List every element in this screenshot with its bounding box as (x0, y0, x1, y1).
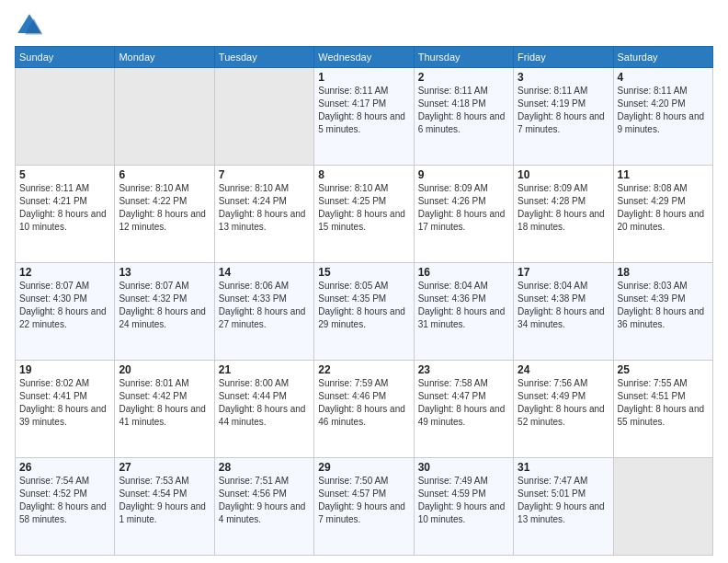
day-number: 19 (19, 363, 110, 376)
day-info: Sunrise: 7:56 AM Sunset: 4:49 PM Dayligh… (518, 377, 609, 429)
day-info: Sunrise: 8:11 AM Sunset: 4:17 PM Dayligh… (318, 85, 409, 136)
day-cell: 12Sunrise: 8:07 AM Sunset: 4:30 PM Dayli… (16, 263, 115, 361)
day-number: 21 (219, 363, 310, 376)
weekday-header-monday: Monday (115, 47, 214, 68)
weekday-header-sunday: Sunday (16, 47, 115, 68)
day-cell: 15Sunrise: 8:05 AM Sunset: 4:35 PM Dayli… (314, 263, 414, 361)
day-cell: 20Sunrise: 8:01 AM Sunset: 4:42 PM Dayli… (115, 361, 214, 458)
day-cell: 22Sunrise: 7:59 AM Sunset: 4:46 PM Dayli… (314, 361, 414, 458)
day-number: 24 (518, 363, 609, 376)
day-info: Sunrise: 7:51 AM Sunset: 4:56 PM Dayligh… (219, 475, 310, 526)
day-number: 1 (318, 71, 409, 84)
day-cell: 3Sunrise: 8:11 AM Sunset: 4:19 PM Daylig… (514, 68, 613, 166)
day-info: Sunrise: 8:10 AM Sunset: 4:22 PM Dayligh… (119, 182, 210, 234)
weekday-header-row: SundayMondayTuesdayWednesdayThursdayFrid… (16, 47, 713, 68)
day-info: Sunrise: 8:07 AM Sunset: 4:30 PM Dayligh… (19, 280, 110, 331)
day-cell: 6Sunrise: 8:10 AM Sunset: 4:22 PM Daylig… (115, 166, 214, 263)
day-number: 7 (219, 168, 310, 181)
day-cell: 18Sunrise: 8:03 AM Sunset: 4:39 PM Dayli… (613, 263, 712, 361)
day-info: Sunrise: 7:53 AM Sunset: 4:54 PM Dayligh… (119, 475, 210, 526)
day-number: 15 (318, 266, 409, 279)
day-cell: 24Sunrise: 7:56 AM Sunset: 4:49 PM Dayli… (514, 361, 613, 458)
day-info: Sunrise: 7:50 AM Sunset: 4:57 PM Dayligh… (318, 475, 409, 526)
day-number: 25 (618, 363, 709, 376)
day-cell: 28Sunrise: 7:51 AM Sunset: 4:56 PM Dayli… (214, 458, 313, 556)
day-cell (613, 458, 712, 556)
logo (15, 11, 48, 40)
week-row-1: 1Sunrise: 8:11 AM Sunset: 4:17 PM Daylig… (16, 68, 713, 166)
day-cell: 26Sunrise: 7:54 AM Sunset: 4:52 PM Dayli… (16, 458, 115, 556)
week-row-5: 26Sunrise: 7:54 AM Sunset: 4:52 PM Dayli… (16, 458, 713, 556)
day-info: Sunrise: 7:58 AM Sunset: 4:47 PM Dayligh… (418, 377, 509, 429)
calendar-table: SundayMondayTuesdayWednesdayThursdayFrid… (15, 46, 713, 556)
week-row-2: 5Sunrise: 8:11 AM Sunset: 4:21 PM Daylig… (16, 166, 713, 263)
day-info: Sunrise: 8:03 AM Sunset: 4:39 PM Dayligh… (618, 280, 709, 331)
page: SundayMondayTuesdayWednesdayThursdayFrid… (0, 0, 728, 563)
header (15, 11, 713, 40)
day-number: 10 (518, 168, 609, 181)
day-cell: 25Sunrise: 7:55 AM Sunset: 4:51 PM Dayli… (613, 361, 712, 458)
day-cell: 5Sunrise: 8:11 AM Sunset: 4:21 PM Daylig… (16, 166, 115, 263)
day-number: 29 (318, 461, 409, 474)
day-number: 16 (418, 266, 509, 279)
day-cell: 30Sunrise: 7:49 AM Sunset: 4:59 PM Dayli… (414, 458, 513, 556)
day-cell: 14Sunrise: 8:06 AM Sunset: 4:33 PM Dayli… (214, 263, 313, 361)
day-info: Sunrise: 8:04 AM Sunset: 4:36 PM Dayligh… (418, 280, 509, 331)
day-number: 4 (618, 71, 709, 84)
day-info: Sunrise: 7:59 AM Sunset: 4:46 PM Dayligh… (318, 377, 409, 429)
day-cell: 9Sunrise: 8:09 AM Sunset: 4:26 PM Daylig… (414, 166, 513, 263)
day-number: 31 (518, 461, 609, 474)
day-number: 18 (618, 266, 709, 279)
day-info: Sunrise: 8:11 AM Sunset: 4:20 PM Dayligh… (618, 85, 709, 136)
day-info: Sunrise: 8:00 AM Sunset: 4:44 PM Dayligh… (219, 377, 310, 429)
day-cell: 19Sunrise: 8:02 AM Sunset: 4:41 PM Dayli… (16, 361, 115, 458)
day-info: Sunrise: 8:08 AM Sunset: 4:29 PM Dayligh… (618, 182, 709, 234)
day-cell: 23Sunrise: 7:58 AM Sunset: 4:47 PM Dayli… (414, 361, 513, 458)
day-info: Sunrise: 7:49 AM Sunset: 4:59 PM Dayligh… (418, 475, 509, 526)
day-cell: 8Sunrise: 8:10 AM Sunset: 4:25 PM Daylig… (314, 166, 414, 263)
day-info: Sunrise: 8:10 AM Sunset: 4:25 PM Dayligh… (318, 182, 409, 234)
day-number: 20 (119, 363, 210, 376)
day-number: 14 (219, 266, 310, 279)
week-row-3: 12Sunrise: 8:07 AM Sunset: 4:30 PM Dayli… (16, 263, 713, 361)
day-cell (115, 68, 214, 166)
day-cell (16, 68, 115, 166)
day-number: 23 (418, 363, 509, 376)
day-cell: 11Sunrise: 8:08 AM Sunset: 4:29 PM Dayli… (613, 166, 712, 263)
day-info: Sunrise: 8:11 AM Sunset: 4:21 PM Dayligh… (19, 182, 110, 234)
day-number: 22 (318, 363, 409, 376)
day-number: 27 (119, 461, 210, 474)
day-cell: 10Sunrise: 8:09 AM Sunset: 4:28 PM Dayli… (514, 166, 613, 263)
day-info: Sunrise: 7:55 AM Sunset: 4:51 PM Dayligh… (618, 377, 709, 429)
day-number: 26 (19, 461, 110, 474)
weekday-header-friday: Friday (514, 47, 613, 68)
day-number: 5 (19, 168, 110, 181)
day-cell: 27Sunrise: 7:53 AM Sunset: 4:54 PM Dayli… (115, 458, 214, 556)
day-number: 9 (418, 168, 509, 181)
day-cell: 4Sunrise: 8:11 AM Sunset: 4:20 PM Daylig… (613, 68, 712, 166)
logo-icon (15, 11, 44, 40)
day-info: Sunrise: 8:10 AM Sunset: 4:24 PM Dayligh… (219, 182, 310, 234)
day-info: Sunrise: 8:02 AM Sunset: 4:41 PM Dayligh… (19, 377, 110, 429)
day-number: 13 (119, 266, 210, 279)
day-number: 6 (119, 168, 210, 181)
day-number: 2 (418, 71, 509, 84)
day-info: Sunrise: 7:54 AM Sunset: 4:52 PM Dayligh… (19, 475, 110, 526)
weekday-header-tuesday: Tuesday (214, 47, 313, 68)
day-number: 28 (219, 461, 310, 474)
day-info: Sunrise: 8:07 AM Sunset: 4:32 PM Dayligh… (119, 280, 210, 331)
day-info: Sunrise: 7:47 AM Sunset: 5:01 PM Dayligh… (518, 475, 609, 526)
day-cell (214, 68, 313, 166)
day-info: Sunrise: 8:04 AM Sunset: 4:38 PM Dayligh… (518, 280, 609, 331)
day-number: 30 (418, 461, 509, 474)
day-number: 12 (19, 266, 110, 279)
day-cell: 1Sunrise: 8:11 AM Sunset: 4:17 PM Daylig… (314, 68, 414, 166)
day-info: Sunrise: 8:06 AM Sunset: 4:33 PM Dayligh… (219, 280, 310, 331)
day-number: 11 (618, 168, 709, 181)
weekday-header-wednesday: Wednesday (314, 47, 414, 68)
day-info: Sunrise: 8:09 AM Sunset: 4:28 PM Dayligh… (518, 182, 609, 234)
day-info: Sunrise: 8:11 AM Sunset: 4:19 PM Dayligh… (518, 85, 609, 136)
day-cell: 29Sunrise: 7:50 AM Sunset: 4:57 PM Dayli… (314, 458, 414, 556)
day-cell: 13Sunrise: 8:07 AM Sunset: 4:32 PM Dayli… (115, 263, 214, 361)
day-cell: 2Sunrise: 8:11 AM Sunset: 4:18 PM Daylig… (414, 68, 513, 166)
